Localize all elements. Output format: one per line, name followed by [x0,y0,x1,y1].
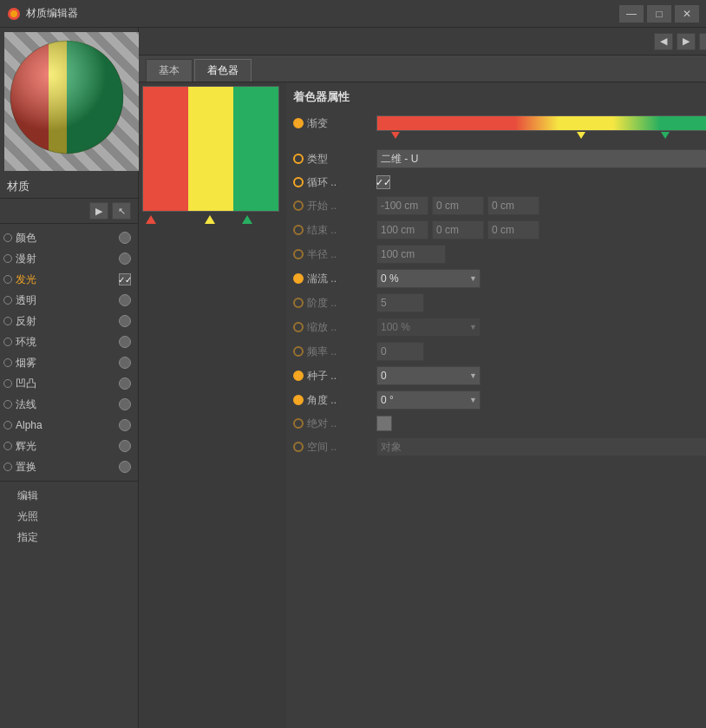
turbulence-label: 湍流 .. [307,272,337,286]
seed-select[interactable]: 0 [376,366,480,385]
prop-item-normal[interactable]: 法线 [0,394,138,415]
prop-radio-transparency [3,296,12,305]
svg-point-1 [10,10,17,17]
gradient-radio[interactable] [293,118,304,128]
prop-label-bump: 凹凸 [16,377,119,391]
type-radio[interactable] [293,154,304,164]
prev-btn[interactable]: ◀ [654,33,673,50]
cyclic-radio[interactable] [293,177,304,187]
prop-item-diffuse[interactable]: 漫射 [0,248,138,269]
prop-item-edit[interactable]: 编辑 [0,485,138,506]
minimize-button[interactable]: — [619,5,644,23]
turbulence-select[interactable]: 0 % [376,269,480,288]
cyclic-checkbox[interactable]: ✓ [376,175,390,189]
prop-item-fog[interactable]: 烟雾 [0,352,138,373]
type-label-container: 类型 [293,152,371,167]
space-radio [293,442,304,452]
tab-basic[interactable]: 基本 [146,59,193,82]
space-select: 对象 世界 摄像机 [376,437,706,456]
start-values [376,196,539,215]
stop-arrow-red[interactable] [146,215,156,224]
prop-radio-displacement [3,462,12,471]
prop-label-transparency: 透明 [16,293,119,308]
prop-item-color[interactable]: 颜色 [0,227,138,248]
window-title: 材质编辑器 [26,6,619,21]
absolute-label: 绝对 .. [307,416,337,431]
seed-label: 种子 .. [307,369,337,384]
sidebar-arrow-btn[interactable]: ▶ [89,202,108,220]
colorizer-properties-panel: 着色器属性 渐变 [286,82,706,728]
start-radio [293,200,304,211]
frequency-label: 频率 .. [307,344,337,359]
next-btn[interactable]: ▶ [677,33,696,50]
space-label-container: 空间 .. [293,440,371,455]
angle-row: 角度 .. 0 ° [293,388,706,412]
prop-item-transparency[interactable]: 透明 [0,290,138,311]
stop-marker-red[interactable] [391,132,400,139]
prop-item-glow[interactable]: 辉光 [0,436,138,456]
end-values [376,220,539,239]
prop-radio-fog [3,358,12,367]
prop-dot-transparency [119,294,131,306]
stop-marker-yellow[interactable] [577,132,585,139]
prop-item-environment[interactable]: 环境 [0,331,138,352]
prop-radio-glow [3,442,12,450]
seed-radio[interactable] [293,371,304,381]
angle-label: 角度 .. [307,393,337,408]
prop-item-bump[interactable]: 凹凸 [0,373,138,394]
seed-label-container: 种子 .. [293,369,371,384]
prop-dot-normal [119,398,131,410]
prop-label-environment: 环境 [16,335,119,350]
stop-marker-green[interactable] [661,132,670,139]
end-radio [293,225,304,235]
right-area: ◀ ▶ 🔒 + 基本 着色器 [139,28,706,728]
main-layout: 材质 ▶ ↖ 颜色 漫射 发光 ✓ [0,28,706,728]
turbulence-row: 湍流 .. 0 % [293,266,706,291]
title-bar: 材质编辑器 — □ ✕ [0,0,706,28]
cyclic-row: 循环 .. ✓ [293,171,706,193]
prop-label-edit: 编辑 [3,489,131,503]
start-label-container: 开始 .. [293,199,371,213]
turbulence-radio[interactable] [293,273,304,284]
prop-item-lighting[interactable]: 光照 [0,506,138,527]
prop-dot-diffuse [119,253,131,265]
radius-radio [293,249,304,259]
space-row: 空间 .. 对象 世界 摄像机 [293,435,706,459]
prop-item-displacement[interactable]: 置换 [0,456,138,477]
prop-check-emission[interactable]: ✓ [119,273,131,285]
radius-input [376,245,446,264]
start-row: 开始 .. [293,193,706,218]
window-controls: — □ ✕ [619,5,699,23]
lock-btn[interactable]: 🔒 [699,33,706,50]
absolute-row: 绝对 .. [293,412,706,435]
prop-item-emission[interactable]: 发光 ✓ [0,269,138,290]
maximize-button[interactable]: □ [647,5,671,23]
prop-label-reflection: 反射 [16,314,119,329]
stop-arrow-green[interactable] [242,215,252,224]
type-row: 类型 二维 - U 二维 - V 三维 [293,147,706,171]
gradient-bar[interactable] [376,115,706,131]
gradient-label: 渐变 [307,116,328,131]
tab-colorizer[interactable]: 着色器 [194,59,252,82]
angle-radio[interactable] [293,395,304,405]
prop-radio-diffuse [3,254,12,263]
prop-item-alpha[interactable]: Alpha [0,415,138,436]
absolute-label-container: 绝对 .. [293,416,371,431]
prop-label-displacement: 置换 [16,460,119,475]
turbulence-label-container: 湍流 .. [293,272,371,286]
type-select[interactable]: 二维 - U 二维 - V 三维 [376,149,706,168]
end-z-input [487,220,539,239]
sidebar-cursor-btn[interactable]: ↖ [112,202,131,220]
stop-arrow-yellow[interactable] [205,215,215,224]
prop-label-alpha: Alpha [16,419,119,431]
absolute-radio [293,418,304,429]
angle-select-wrapper: 0 ° [376,390,480,410]
prop-item-assign[interactable]: 指定 [0,527,138,548]
end-row: 结束 .. [293,218,706,242]
angle-select[interactable]: 0 ° [376,390,480,410]
scale-select: 100 % [376,318,480,337]
prop-label-color: 颜色 [16,231,119,246]
prop-radio-normal [3,400,12,409]
close-button[interactable]: ✕ [675,5,699,23]
prop-item-reflection[interactable]: 反射 [0,311,138,331]
